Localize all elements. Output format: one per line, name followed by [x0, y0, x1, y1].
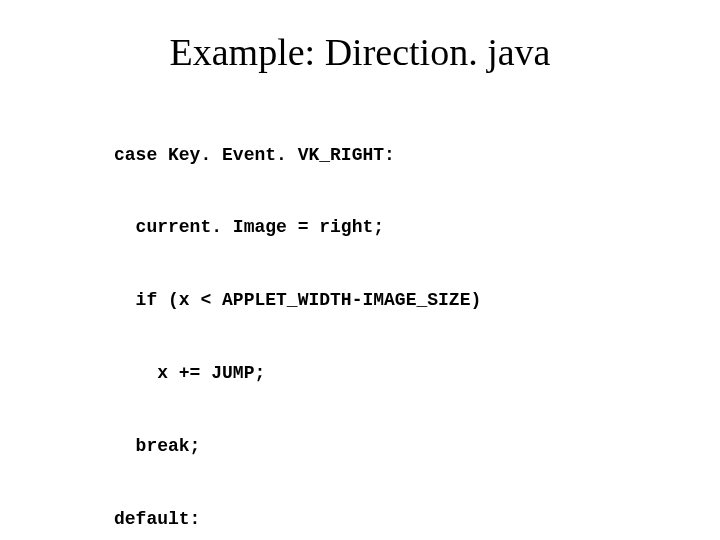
code-block: case Key. Event. VK_RIGHT: current. Imag… — [60, 94, 680, 540]
slide-container: Example: Direction. java case Key. Event… — [0, 0, 720, 540]
code-line: default: — [60, 507, 680, 531]
code-line: break; — [60, 434, 680, 458]
code-line: current. Image = right; — [60, 215, 680, 239]
code-line: if (x < APPLET_WIDTH-IMAGE_SIZE) — [60, 288, 680, 312]
code-line: x += JUMP; — [60, 361, 680, 385]
code-line: case Key. Event. VK_RIGHT: — [60, 143, 680, 167]
slide-title: Example: Direction. java — [40, 30, 680, 74]
